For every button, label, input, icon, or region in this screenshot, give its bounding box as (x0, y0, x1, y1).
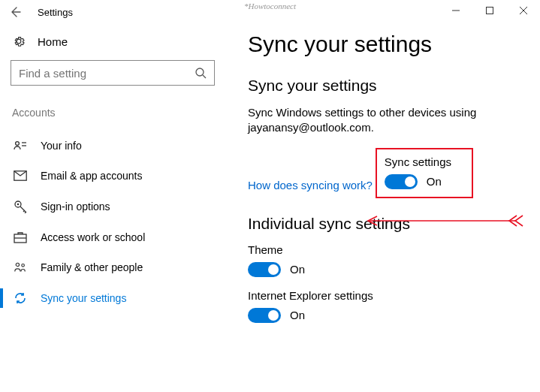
window-controls (439, 0, 540, 21)
search-box[interactable] (11, 60, 215, 86)
briefcase-icon (14, 231, 27, 243)
sidebar-item-your-info[interactable]: Your info (11, 131, 215, 161)
window-title: Settings (38, 7, 73, 18)
watermark: *Howtoconnect (244, 2, 296, 11)
ie-toggle[interactable] (248, 308, 281, 323)
home-button[interactable]: Home (11, 29, 215, 60)
sync-settings-toggle[interactable] (385, 174, 418, 189)
svg-point-6 (16, 142, 20, 146)
sidebar-item-label: Sign-in options (41, 201, 110, 213)
sidebar-item-label: Your info (41, 140, 82, 152)
gear-icon (12, 35, 26, 48)
search-icon (195, 67, 207, 79)
sync-settings-label: Sync settings (385, 155, 464, 168)
main-panel: Sync your settings Sync your settings Sy… (225, 24, 540, 392)
svg-point-14 (16, 263, 19, 266)
home-label: Home (38, 35, 68, 48)
person-card-icon (14, 140, 27, 152)
highlight-annotation: Sync settings On (376, 148, 473, 198)
sidebar-item-email[interactable]: Email & app accounts (11, 161, 215, 191)
svg-point-11 (17, 204, 20, 206)
maximize-button[interactable] (472, 0, 506, 21)
key-icon (14, 200, 27, 213)
title-bar: Settings *Howtoconnect (0, 0, 540, 24)
how-sync-works-link[interactable]: How does syncing work? (248, 179, 373, 191)
mail-icon (14, 170, 27, 181)
close-button[interactable] (506, 0, 540, 21)
toggle-state: On (427, 175, 442, 188)
toggle-state: On (290, 309, 305, 321)
svg-line-5 (203, 75, 206, 78)
individual-title: Individual sync settings (248, 215, 525, 233)
sidebar-item-sync[interactable]: Sync your settings (11, 282, 215, 314)
svg-point-15 (22, 264, 25, 267)
svg-point-4 (196, 68, 204, 76)
sidebar-item-label: Sync your settings (41, 292, 126, 304)
description: Sync Windows settings to other devices u… (248, 105, 525, 136)
theme-label: Theme (248, 243, 525, 256)
people-icon (14, 261, 27, 273)
sidebar-item-work[interactable]: Access work or school (11, 222, 215, 252)
close-icon (520, 7, 527, 14)
minimize-button[interactable] (439, 0, 472, 21)
svg-rect-1 (486, 8, 493, 14)
ie-label: Internet Explorer settings (248, 289, 525, 302)
sidebar-item-signin[interactable]: Sign-in options (11, 191, 215, 222)
toggle-state: On (290, 263, 305, 276)
back-arrow-icon (9, 6, 21, 18)
sidebar-item-label: Family & other people (41, 261, 143, 273)
back-button[interactable] (0, 0, 30, 24)
sidebar: Home Accounts Your info Email & app acco… (0, 24, 225, 392)
sidebar-item-label: Email & app accounts (41, 170, 142, 182)
sub-title: Sync your settings (248, 77, 525, 95)
section-label: Accounts (11, 107, 215, 119)
page-title: Sync your settings (248, 32, 525, 57)
search-input[interactable] (19, 67, 195, 80)
sidebar-item-family[interactable]: Family & other people (11, 252, 215, 282)
maximize-icon (486, 7, 493, 14)
sidebar-item-label: Access work or school (41, 231, 145, 243)
sync-icon (14, 291, 27, 305)
theme-toggle[interactable] (248, 262, 281, 277)
minimize-icon (452, 7, 460, 14)
